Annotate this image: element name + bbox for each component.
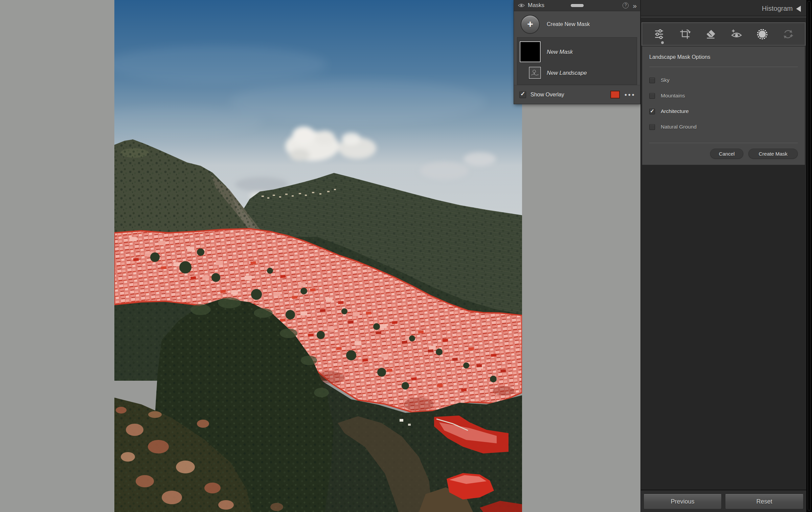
- options-panel-title: Landscape Mask Options: [649, 46, 798, 60]
- option-row-natural-ground[interactable]: ✓ Natural Ground: [649, 119, 798, 135]
- mask-group: New Mask New Landscape: [517, 37, 637, 85]
- edit-sliders-icon[interactable]: [652, 27, 666, 41]
- active-tool-dot: [661, 41, 664, 44]
- landscape-mask-options-panel: Landscape Mask Options ✓ Sky ✓ Mountains…: [641, 46, 806, 165]
- eye-icon[interactable]: [518, 3, 525, 8]
- masks-panel-title: Masks: [528, 2, 544, 9]
- option-label: Natural Ground: [661, 124, 697, 130]
- help-icon[interactable]: ?: [623, 2, 629, 8]
- right-panel: Histogram: [640, 0, 806, 512]
- show-overlay-checkbox[interactable]: ✓: [519, 91, 526, 98]
- red-eye-icon[interactable]: [730, 27, 743, 41]
- create-new-mask-button[interactable]: + Create New Mask: [514, 11, 640, 37]
- histogram-header[interactable]: Histogram: [641, 0, 806, 17]
- mountains-checkbox[interactable]: ✓: [649, 93, 655, 99]
- sky-checkbox[interactable]: ✓: [649, 77, 655, 83]
- collapse-panel-icon[interactable]: »: [633, 2, 636, 9]
- divider: [649, 143, 798, 143]
- option-label: Mountains: [661, 93, 685, 99]
- masking-icon[interactable]: [755, 27, 769, 41]
- create-mask-button[interactable]: Create Mask: [748, 149, 798, 159]
- presets-sync-icon[interactable]: [781, 27, 795, 41]
- reset-button[interactable]: Reset: [725, 494, 804, 509]
- mask-thumbnail[interactable]: [520, 41, 541, 62]
- drag-handle[interactable]: [571, 4, 584, 7]
- mask-component-item[interactable]: New Landscape: [520, 67, 637, 79]
- architecture-checkbox[interactable]: ✓: [649, 109, 655, 114]
- check-icon: ✓: [520, 91, 525, 97]
- mask-component-name: New Landscape: [547, 70, 587, 76]
- scrollbar-track[interactable]: [808, 1, 811, 511]
- histogram-title: Histogram: [762, 5, 793, 13]
- option-row-architecture[interactable]: ✓ Architecture: [649, 104, 798, 119]
- scrollbar-gutter[interactable]: [806, 0, 812, 512]
- plus-icon[interactable]: +: [521, 15, 540, 34]
- photo-canvas: [114, 0, 522, 512]
- overlay-color-swatch[interactable]: [610, 91, 620, 98]
- landscape-mask-thumbnail[interactable]: [529, 67, 541, 79]
- option-label: Sky: [661, 77, 670, 83]
- collapse-left-icon[interactable]: [796, 6, 801, 12]
- previous-button[interactable]: Previous: [644, 494, 722, 509]
- masks-panel: Masks ? » + Create New Mask New Mask New…: [514, 0, 640, 104]
- option-row-mountains[interactable]: ✓ Mountains: [649, 88, 798, 104]
- mask-name: New Mask: [547, 49, 573, 55]
- option-row-sky[interactable]: ✓ Sky: [649, 72, 798, 88]
- show-overlay-label: Show Overlay: [531, 92, 564, 98]
- landscape-icon: [531, 68, 539, 77]
- mask-item[interactable]: New Mask: [520, 41, 637, 62]
- develop-footer: Previous Reset: [641, 490, 807, 512]
- show-overlay-row: ✓ Show Overlay ●●●: [514, 85, 640, 104]
- masks-panel-header[interactable]: Masks ? »: [514, 0, 640, 11]
- healing-eraser-icon[interactable]: [704, 27, 717, 41]
- create-new-mask-label: Create New Mask: [547, 21, 590, 27]
- edit-toolbar: [641, 22, 806, 46]
- option-label: Architecture: [661, 108, 689, 114]
- cancel-button[interactable]: Cancel: [710, 149, 743, 159]
- photo-art: [114, 0, 522, 512]
- check-icon: ✓: [650, 108, 654, 113]
- more-options-icon[interactable]: ●●●: [624, 92, 635, 97]
- natural-ground-checkbox[interactable]: ✓: [649, 124, 655, 130]
- crop-icon[interactable]: [678, 27, 692, 41]
